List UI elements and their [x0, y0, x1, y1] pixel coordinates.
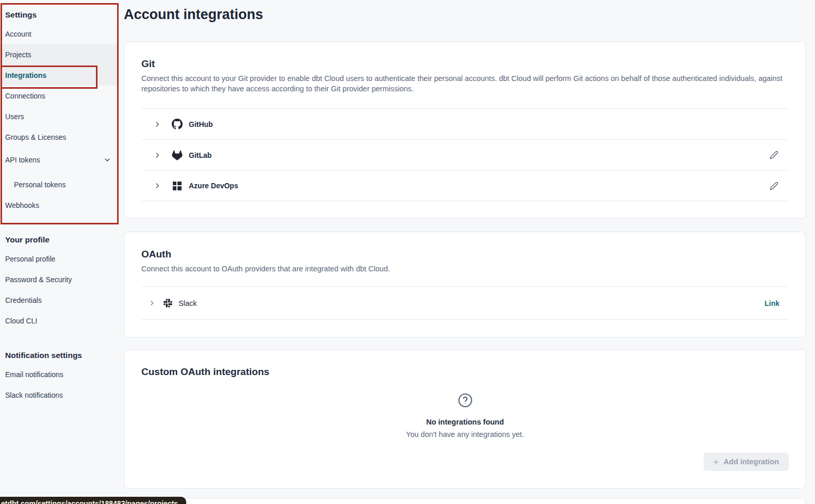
plus-icon: + — [713, 457, 719, 467]
provider-label: Azure DevOps — [189, 182, 238, 190]
custom-oauth-section-card: Custom OAuth integrations No integration… — [124, 349, 806, 489]
chevron-right-icon[interactable] — [154, 182, 161, 189]
sidebar-item-personal-profile[interactable]: Personal profile — [0, 249, 119, 269]
status-url-tooltip: etdbt.com/settings/accounts/188483/pages… — [0, 497, 186, 504]
provider-label: GitHub — [189, 120, 213, 128]
sidebar-item-cloud-cli[interactable]: Cloud CLI — [0, 311, 119, 331]
chevron-right-icon[interactable] — [154, 121, 161, 128]
oauth-provider-list: Slack Link — [141, 286, 789, 320]
sidebar-item-slack-notifications[interactable]: Slack notifications — [0, 385, 119, 405]
slack-link-button[interactable]: Link — [764, 299, 779, 307]
git-provider-row-github[interactable]: GitHub — [141, 108, 789, 139]
add-integration-button[interactable]: + Add integration — [704, 452, 789, 471]
git-section-title: Git — [141, 58, 789, 70]
gitlab-icon — [171, 150, 183, 160]
custom-oauth-section-title: Custom OAuth integrations — [141, 366, 789, 378]
provider-label: GitLab — [189, 151, 211, 159]
sidebar-item-account[interactable]: Account — [0, 24, 119, 44]
git-section-description: Connect this account to your Git provide… — [141, 73, 789, 94]
edit-icon[interactable] — [769, 181, 779, 191]
sidebar-item-api-tokens[interactable]: API tokens — [0, 150, 119, 170]
sidebar-item-personal-tokens[interactable]: Personal tokens — [0, 174, 119, 195]
sidebar-item-integrations[interactable]: Integrations — [0, 65, 119, 86]
github-icon — [171, 119, 183, 129]
sidebar-header-notification-settings: Notification settings — [0, 347, 119, 364]
chevron-right-icon[interactable] — [149, 300, 156, 306]
provider-label: Slack — [178, 299, 197, 307]
sidebar-header-settings: Settings — [0, 6, 119, 24]
oauth-section-title: OAuth — [141, 249, 789, 260]
slack-icon — [163, 299, 172, 307]
sidebar-header-your-profile: Your profile — [0, 231, 119, 249]
empty-state-title: No integrations found — [141, 418, 789, 426]
sidebar-item-users[interactable]: Users — [0, 106, 119, 127]
chevron-right-icon[interactable] — [154, 152, 161, 159]
git-provider-row-azure-devops[interactable]: Azure DevOps — [141, 170, 789, 201]
empty-state-subtitle: You don't have any integrations yet. — [141, 430, 789, 438]
question-circle-icon — [457, 392, 474, 409]
oauth-section-card: OAuth Connect this account to OAuth prov… — [124, 232, 806, 337]
page-title: Account integrations — [124, 5, 806, 24]
git-provider-row-gitlab[interactable]: GitLab — [141, 139, 789, 170]
git-provider-list: GitHub GitLab — [141, 108, 789, 201]
sidebar-item-groups-licenses[interactable]: Groups & Licenses — [0, 127, 119, 148]
azure-devops-icon — [171, 182, 183, 190]
sidebar-item-connections[interactable]: Connections — [0, 86, 119, 106]
next-card-edge — [124, 498, 806, 504]
settings-sidebar: Settings Account Projects Integrations C… — [0, 0, 119, 405]
oauth-provider-row-slack[interactable]: Slack Link — [141, 286, 789, 320]
chevron-down-icon[interactable] — [103, 156, 111, 164]
sidebar-item-credentials[interactable]: Credentials — [0, 290, 119, 311]
sidebar-item-webhooks[interactable]: Webhooks — [0, 195, 119, 216]
empty-state: No integrations found You don't have any… — [141, 392, 789, 438]
edit-icon[interactable] — [769, 150, 779, 160]
main-content: Account integrations Git Connect this ac… — [124, 0, 806, 489]
sidebar-item-password-security[interactable]: Password & Security — [0, 269, 119, 290]
sidebar-item-projects[interactable]: Projects — [0, 44, 119, 65]
sidebar-item-email-notifications[interactable]: Email notifications — [0, 364, 119, 385]
oauth-section-description: Connect this account to OAuth providers … — [141, 264, 789, 274]
git-section-card: Git Connect this account to your Git pro… — [124, 41, 806, 219]
